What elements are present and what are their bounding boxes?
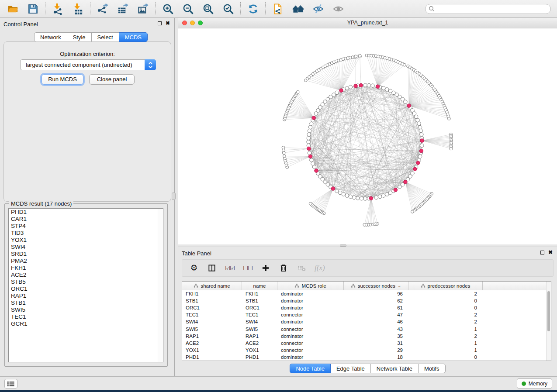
column-header-MCDS-role[interactable]: MCDS role bbox=[277, 282, 344, 290]
result-list-item[interactable]: ACE2 bbox=[9, 272, 163, 279]
cell-MCDS-role[interactable]: dominator bbox=[277, 298, 344, 303]
column-header-predecessor-nodes[interactable]: predecessor nodes bbox=[408, 282, 483, 290]
cell-successor-nodes[interactable]: 31 bbox=[344, 340, 408, 346]
zoom-out-icon[interactable] bbox=[181, 2, 194, 15]
cell-successor-nodes[interactable]: 62 bbox=[344, 298, 408, 303]
column-header-shared-name[interactable]: shared name bbox=[182, 282, 242, 290]
export-table-icon[interactable] bbox=[116, 2, 129, 15]
deselect-all-icon[interactable]: ☐☐ bbox=[243, 263, 253, 273]
table-row[interactable]: RAP1RAP1dominator352 bbox=[182, 333, 551, 340]
cell-name[interactable]: YOX1 bbox=[242, 347, 277, 353]
cell-predecessor-nodes[interactable]: 1 bbox=[408, 327, 483, 332]
import-network-icon[interactable] bbox=[51, 2, 64, 15]
table-row[interactable]: SWI5SWI5connector431 bbox=[182, 325, 551, 332]
network-graph[interactable] bbox=[178, 28, 557, 244]
cell-predecessor-nodes[interactable]: 2 bbox=[408, 291, 483, 296]
cell-MCDS-role[interactable]: connector bbox=[277, 327, 344, 332]
cell-shared-name[interactable]: ACE2 bbox=[182, 340, 242, 346]
tab-network-table[interactable]: Network Table bbox=[370, 364, 419, 373]
export-network-icon[interactable] bbox=[96, 2, 109, 15]
search-input[interactable] bbox=[435, 5, 550, 13]
table-row[interactable]: ACE2ACE2connector311 bbox=[182, 340, 551, 347]
cell-predecessor-nodes[interactable]: 0 bbox=[408, 298, 483, 303]
cell-name[interactable]: RAP1 bbox=[242, 334, 277, 339]
settings-gear-icon[interactable]: ⚙ bbox=[189, 263, 199, 273]
cell-name[interactable]: PHD1 bbox=[242, 354, 277, 360]
close-panel-button[interactable]: Close panel bbox=[89, 74, 135, 85]
result-list-item[interactable]: TID3 bbox=[9, 230, 163, 237]
cell-shared-name[interactable]: SWI4 bbox=[182, 319, 242, 324]
cell-predecessor-nodes[interactable]: 0 bbox=[408, 305, 483, 310]
cell-MCDS-role[interactable]: connector bbox=[277, 347, 344, 353]
tab-mcds[interactable]: MCDS bbox=[119, 32, 148, 42]
zoom-selected-icon[interactable] bbox=[221, 2, 235, 15]
table-row[interactable]: YOX1YOX1connector291 bbox=[182, 347, 551, 354]
table-row[interactable]: STB1STB1dominator620 bbox=[182, 297, 551, 304]
close-panel-icon[interactable]: ✖ bbox=[166, 21, 170, 25]
add-row-icon[interactable] bbox=[261, 263, 270, 273]
result-list-item[interactable]: STP4 bbox=[9, 223, 163, 230]
select-all-icon[interactable]: ☑☑ bbox=[225, 263, 235, 273]
cell-shared-name[interactable]: ORC1 bbox=[182, 305, 242, 310]
import-table-icon[interactable] bbox=[71, 2, 84, 15]
cell-successor-nodes[interactable]: 35 bbox=[344, 334, 408, 339]
result-list-item[interactable]: GCR1 bbox=[9, 320, 163, 327]
search-box[interactable] bbox=[425, 4, 551, 14]
hide-details-icon[interactable] bbox=[311, 2, 325, 15]
export-image-icon[interactable] bbox=[136, 2, 149, 15]
delete-row-icon[interactable] bbox=[279, 263, 288, 273]
cell-successor-nodes[interactable]: 96 bbox=[344, 291, 408, 296]
table-scrollbar-thumb[interactable] bbox=[547, 291, 550, 331]
zoom-in-icon[interactable] bbox=[161, 2, 174, 15]
cell-MCDS-role[interactable]: connector bbox=[277, 340, 344, 346]
result-list-item[interactable]: SWI4 bbox=[9, 244, 163, 251]
cell-name[interactable]: FKH1 bbox=[242, 291, 277, 296]
cell-name[interactable]: SWI5 bbox=[242, 327, 277, 332]
houses-icon[interactable] bbox=[291, 2, 304, 15]
cell-shared-name[interactable]: TEC1 bbox=[182, 312, 242, 317]
show-details-icon[interactable] bbox=[332, 2, 345, 15]
cell-name[interactable]: STB1 bbox=[242, 298, 277, 303]
cell-successor-nodes[interactable]: 29 bbox=[344, 347, 408, 353]
cell-predecessor-nodes[interactable]: 1 bbox=[408, 340, 483, 346]
cell-predecessor-nodes[interactable]: 0 bbox=[408, 354, 483, 360]
cell-shared-name[interactable]: SWI5 bbox=[182, 327, 242, 332]
result-list-item[interactable]: SWI5 bbox=[9, 306, 163, 313]
cell-shared-name[interactable]: FKH1 bbox=[182, 291, 242, 296]
zoom-fit-icon[interactable] bbox=[201, 2, 214, 15]
result-list-item[interactable]: SRD1 bbox=[9, 251, 163, 258]
duplicate-network-icon[interactable] bbox=[271, 2, 284, 15]
cell-successor-nodes[interactable]: 61 bbox=[344, 305, 408, 310]
show-panels-button[interactable] bbox=[4, 379, 17, 389]
cell-successor-nodes[interactable]: 43 bbox=[344, 327, 408, 332]
column-header-successor-nodes[interactable]: successor nodes⌄ bbox=[344, 282, 408, 290]
network-canvas[interactable] bbox=[178, 28, 557, 244]
tab-style[interactable]: Style bbox=[67, 32, 92, 42]
table-row[interactable]: TEC1TEC1connector472 bbox=[182, 311, 551, 318]
cell-shared-name[interactable]: RAP1 bbox=[182, 334, 242, 339]
cell-shared-name[interactable]: PHD1 bbox=[182, 354, 242, 360]
tab-edge-table[interactable]: Edge Table bbox=[330, 364, 371, 373]
cell-MCDS-role[interactable]: dominator bbox=[277, 354, 344, 360]
cell-name[interactable]: ORC1 bbox=[242, 305, 277, 310]
float-table-panel-icon[interactable] bbox=[540, 251, 544, 254]
tab-motifs[interactable]: Motifs bbox=[418, 364, 446, 373]
cell-MCDS-role[interactable]: dominator bbox=[277, 319, 344, 324]
cell-name[interactable]: SWI4 bbox=[242, 319, 277, 324]
cell-MCDS-role[interactable]: dominator bbox=[277, 334, 344, 339]
tab-node-table[interactable]: Node Table bbox=[290, 364, 331, 373]
save-session-icon[interactable] bbox=[26, 2, 39, 15]
vertical-splitter-handle[interactable] bbox=[172, 193, 176, 200]
table-scrollbar[interactable] bbox=[546, 282, 551, 361]
result-list-item[interactable]: STB5 bbox=[9, 279, 163, 285]
table-row[interactable]: FKH1FKH1dominator962 bbox=[182, 290, 551, 297]
result-list-item[interactable]: ORC1 bbox=[9, 285, 163, 292]
cell-name[interactable]: ACE2 bbox=[242, 340, 277, 346]
tab-network[interactable]: Network bbox=[34, 32, 67, 42]
cell-name[interactable]: TEC1 bbox=[242, 312, 277, 317]
cell-predecessor-nodes[interactable]: 2 bbox=[408, 312, 483, 317]
result-list-item[interactable]: PHD1 bbox=[9, 209, 163, 216]
cell-shared-name[interactable]: YOX1 bbox=[182, 347, 242, 353]
table-row[interactable]: ORC1ORC1dominator610 bbox=[182, 304, 551, 311]
cell-predecessor-nodes[interactable]: 2 bbox=[408, 334, 483, 339]
